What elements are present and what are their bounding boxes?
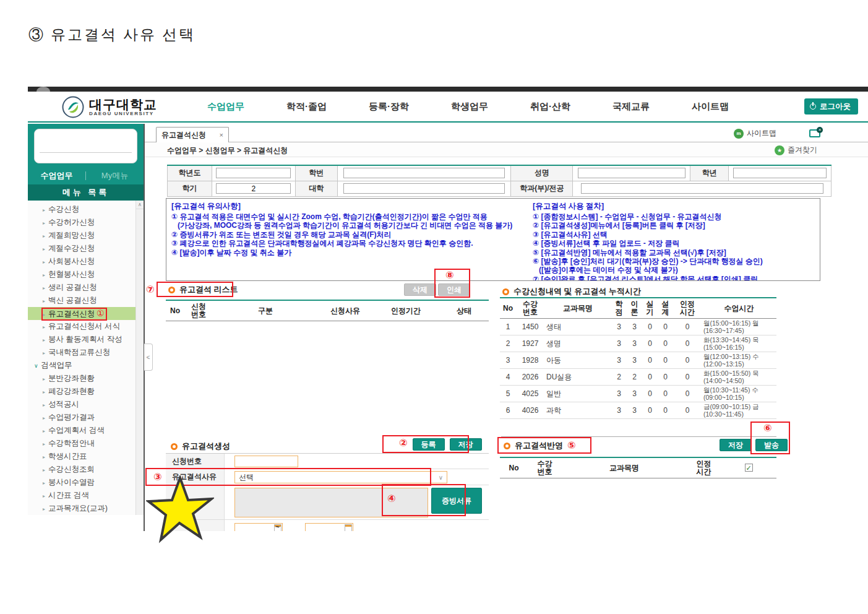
reflect-save-button[interactable]: 저장 [720, 439, 752, 451]
cell-practice: 0 [642, 386, 658, 402]
annotation-2: ② [399, 438, 408, 451]
absence-reason-select[interactable]: 선택 ∨ [234, 471, 447, 483]
notice-line: (가상강좌, MOOC강좌 등 원격수업과 학습기간이 유고결석 허용기간보다 … [171, 221, 527, 230]
sidebar-item-label: 계절희망신청 [48, 231, 95, 240]
nav-item[interactable]: 수업업무 [207, 101, 244, 113]
select-all-checkbox[interactable]: ✓ [745, 464, 753, 472]
college-input[interactable] [343, 183, 505, 194]
cell-design: 0 [658, 352, 673, 369]
arrow-right-icon [43, 220, 45, 226]
column-header: 수강 번호 [516, 298, 544, 319]
nav-item[interactable]: 학적·졸업 [286, 101, 327, 113]
global-nav: 수업업무학적·졸업등록·장학학생업무취업·산학국제교류사이트맵 [207, 92, 729, 121]
sidebar-item[interactable]: 시간표 검색 [28, 489, 135, 502]
column-header: 상태 [439, 300, 489, 321]
apply-detail-textarea[interactable] [234, 488, 428, 517]
enrollment-row[interactable]: 5 4025 일반 3 3 0 0 0 월(10:30~11:45) 수(09:… [500, 386, 776, 402]
cell-credits: 3 [611, 386, 627, 402]
cell-course-no: 1450 [516, 319, 544, 335]
sidebar-item[interactable]: 학생시간표 [28, 450, 135, 463]
sidebar-tab-mymenu[interactable]: My메뉴 [86, 170, 144, 181]
nav-item[interactable]: 등록·장학 [369, 101, 409, 113]
sidebar-item[interactable]: 수강신청 [28, 203, 135, 216]
register-button[interactable]: 등록 [413, 438, 445, 451]
enrollment-row[interactable]: 2 1927 생명 3 3 0 0 0 화(13:30~14:45) 목(15:… [500, 335, 776, 352]
cell-recognized-hours: 0 [673, 352, 702, 369]
term-input[interactable] [216, 183, 291, 194]
enrollment-row[interactable]: 3 1928 아동 3 3 0 0 0 월(12:00~13:15) 수(12:… [500, 352, 776, 369]
sidebar-item[interactable]: 봉사이수열람 [28, 476, 135, 489]
cell-practice: 0 [642, 369, 658, 386]
enrollment-row[interactable]: 1 1450 생태 3 3 0 0 0 월(15:00~16:15) 월(16:… [500, 319, 776, 335]
sidebar-item-label: 수업평가결과 [48, 413, 95, 422]
sidebar-item[interactable]: 헌혈봉사신청 [28, 268, 135, 281]
evidence-button[interactable]: 증빙서류 [431, 488, 482, 514]
sidebar-item[interactable]: 분반강좌현황 [28, 372, 135, 385]
sidebar-item[interactable]: 계절희망신청 [28, 229, 135, 242]
save-button[interactable]: 저장 [450, 438, 482, 451]
cell-course-no: 4026 [516, 402, 544, 419]
sidebar-item[interactable]: 수강허가신청 [28, 216, 135, 229]
apply-no-row: 신청번호 [166, 453, 489, 469]
close-window-icon[interactable] [809, 129, 820, 137]
sidebar-item[interactable]: 유고결석신청① [28, 307, 135, 320]
university-logo[interactable]: 대구대학교 DAEGU UNIVERSITY [62, 96, 157, 118]
sidebar-item[interactable]: 봉사 활동계획서 작성 [28, 333, 135, 346]
sidebar-item-label: 유고결석신청서 서식 [48, 322, 120, 331]
sidebar-item[interactable]: 수강학점안내 [28, 437, 135, 450]
sidebar-item[interactable]: 성적공시 [28, 398, 135, 411]
sidebar-item[interactable]: 폐강강좌현황 [28, 385, 135, 398]
nav-item[interactable]: 취업·산학 [530, 101, 570, 113]
grade-input[interactable] [733, 168, 827, 178]
sidebar-scrollbar[interactable]: ∧ [135, 201, 144, 515]
sidebar-item[interactable]: 국내학점교류신청 [28, 346, 135, 359]
sitemap-link[interactable]: m 사이트맵 [734, 128, 776, 139]
enrollment-row[interactable]: 4 2026 DU실용 2 2 0 0 0 화(15:00~15:50) 목(1… [500, 369, 776, 386]
cell-theory: 3 [627, 319, 642, 335]
sidebar-item[interactable]: 수업계획서 검색 [28, 424, 135, 437]
sidebar-item[interactable]: 수강신청조회 [28, 463, 135, 476]
notice-line: ① 유고결석 적용은 대면수업 및 실시간 Zoom 수업, 학습기간(출석인정… [171, 212, 527, 221]
sidebar-item-label: 봉사이수열람 [48, 478, 95, 486]
sidebar-item[interactable]: 사회봉사신청 [28, 255, 135, 268]
tab-close-icon[interactable]: × [220, 131, 223, 139]
sidebar-item[interactable]: 생리 공결신청 [28, 281, 135, 294]
sidebar-item[interactable]: 검색업무 [28, 359, 135, 372]
delete-button[interactable]: 삭제 [404, 283, 436, 296]
app-window: 대구대학교 DAEGU UNIVERSITY 수업업무학적·졸업등록·장학학생업… [28, 87, 868, 531]
enrollment-header: 수강신청내역 및 유고결석 누적시간 [502, 286, 641, 297]
logout-button[interactable]: 로그아웃 [804, 98, 858, 115]
cell-recognized-hours: 0 [673, 335, 702, 352]
arrow-right-icon [43, 493, 45, 499]
sidebar-item[interactable]: 유고결석신청서 서식 [28, 320, 135, 333]
sidebar-item[interactable]: 백신 공결신청 [28, 294, 135, 307]
sidebar-item-label: 수강신청조회 [48, 465, 95, 473]
sidebar-item-label: 사회봉사신청 [48, 257, 95, 266]
create-buttons: ② 등록 저장 [399, 438, 482, 451]
column-header: 교과목명 [562, 457, 687, 478]
nav-item[interactable]: 학생업무 [451, 101, 488, 113]
apply-no-input[interactable] [234, 456, 298, 467]
calendar-icon[interactable] [345, 524, 352, 531]
sidebar-tab-work[interactable]: 수업업무 [28, 170, 85, 181]
sidebar-item[interactable]: 교과목개요(교과) [28, 502, 135, 515]
nav-item[interactable]: 사이트맵 [692, 101, 729, 113]
scroll-up-icon[interactable]: ∧ [136, 201, 144, 209]
student-no-input[interactable] [343, 168, 505, 178]
sidebar-item[interactable]: 수업평가결과 [28, 411, 135, 424]
enrollment-row[interactable]: 6 4026 과학 3 3 0 0 0 금(09:00~10:15) 금(10:… [500, 402, 776, 419]
star-annotation [146, 475, 214, 543]
send-button[interactable]: 발송 [755, 439, 788, 451]
print-button[interactable]: 인쇄 [438, 283, 470, 296]
sidebar-collapse-button[interactable]: < [144, 344, 153, 371]
tab-absence-application[interactable]: 유고결석신청 × [156, 127, 229, 142]
arrow-right-icon [43, 376, 45, 382]
year-input[interactable] [216, 168, 291, 178]
annotation-1: ① [97, 308, 105, 318]
nav-item[interactable]: 국제교류 [612, 101, 650, 113]
favorite-link[interactable]: ★ 즐겨찾기 [775, 145, 817, 155]
sidebar-item[interactable]: 계절수강신청 [28, 242, 135, 255]
cell-recognized-hours: 0 [673, 402, 702, 419]
dept-input[interactable] [581, 183, 823, 194]
name-input[interactable] [578, 168, 685, 178]
